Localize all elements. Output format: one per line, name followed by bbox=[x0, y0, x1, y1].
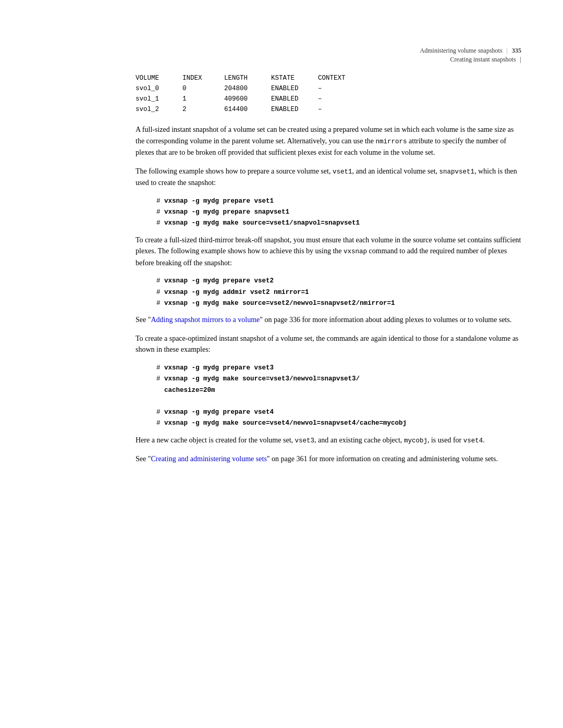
p6-inline-code2: mycobj bbox=[404, 437, 427, 445]
code-line: # vxsnap -g mydg prepare vset4 bbox=[156, 407, 521, 418]
col-header-kstate: KSTATE bbox=[271, 73, 318, 83]
page-header: Administering volume snapshots | 335 Cre… bbox=[420, 47, 521, 64]
cell-length-2: 614400 bbox=[224, 104, 271, 115]
cell-context-0: – bbox=[318, 83, 365, 94]
p5-text: To create a space-optimized instant snap… bbox=[136, 335, 519, 354]
page-container: Administering volume snapshots | 335 Cre… bbox=[0, 0, 563, 728]
cell-context-1: – bbox=[318, 94, 365, 104]
p2-inline-code2: snapvset1 bbox=[439, 168, 475, 176]
code-line: # vxsnap -g mydg addmir vset2 nmirror=1 bbox=[156, 287, 521, 298]
main-content: VOLUME INDEX LENGTH KSTATE CONTEXT svol_… bbox=[136, 73, 521, 465]
paragraph-5: To create a space-optimized instant snap… bbox=[136, 333, 521, 355]
subtitle-text: Creating instant snapshots bbox=[450, 56, 516, 64]
paragraph-7: See "Creating and administering volume s… bbox=[136, 453, 521, 465]
p4-after: " on page 336 for more information about… bbox=[260, 316, 511, 324]
table-row: svol_1 1 409600 ENABLED – bbox=[136, 94, 521, 104]
code-line: # vxsnap -g mydg make source=vset3/newvo… bbox=[156, 374, 521, 385]
p2-inline-code1: vset1 bbox=[333, 168, 352, 176]
cell-kstate-2: ENABLED bbox=[271, 104, 318, 115]
col-header-context: CONTEXT bbox=[318, 73, 365, 83]
header-subtitle-line: Creating instant snapshots | bbox=[420, 56, 521, 64]
page-number: 335 bbox=[512, 47, 521, 55]
table-row: svol_0 0 204800 ENABLED – bbox=[136, 83, 521, 94]
code-line: # vxsnap -g mydg prepare vset1 bbox=[156, 196, 521, 207]
header-chapter-line: Administering volume snapshots | 335 bbox=[420, 47, 521, 55]
chapter-title: Administering volume snapshots bbox=[420, 47, 503, 55]
code-line: # vxsnap -g mydg make source=vset1/snapv… bbox=[156, 218, 521, 229]
p7-see: See " bbox=[136, 455, 151, 463]
link-adding-mirrors[interactable]: Adding snapshot mirrors to a volume bbox=[151, 316, 260, 324]
p6-text-mid2: , is used for bbox=[427, 436, 463, 444]
code-line: # vxsnap -g mydg make source=vset4/newvo… bbox=[156, 418, 521, 429]
cell-volume-1: svol_1 bbox=[136, 94, 182, 104]
p3-inline-code: vxsnap bbox=[344, 248, 367, 255]
p2-text-mid: , and an identical volume set, bbox=[352, 167, 439, 175]
table-header-row: VOLUME INDEX LENGTH KSTATE CONTEXT bbox=[136, 73, 521, 83]
cell-kstate-1: ENABLED bbox=[271, 94, 318, 104]
cell-index-0: 0 bbox=[182, 83, 224, 94]
p6-text-start: Here a new cache object is created for t… bbox=[136, 436, 295, 444]
cell-index-1: 1 bbox=[182, 94, 224, 104]
col-header-volume: VOLUME bbox=[136, 73, 182, 83]
p6-inline-code3: vset4 bbox=[463, 437, 483, 445]
paragraph-1: A full-sized instant snapshot of a volum… bbox=[136, 124, 521, 158]
cell-volume-2: svol_2 bbox=[136, 104, 182, 115]
cell-kstate-0: ENABLED bbox=[271, 83, 318, 94]
code-block-1: # vxsnap -g mydg prepare vset1 # vxsnap … bbox=[156, 196, 521, 229]
cell-length-0: 204800 bbox=[224, 83, 271, 94]
p2-text-start: The following example shows how to prepa… bbox=[136, 167, 333, 175]
code-line: # vxsnap -g mydg prepare snapvset1 bbox=[156, 207, 521, 218]
code-line: # vxsnap -g mydg make source=vset2/newvo… bbox=[156, 298, 521, 309]
p6-text-end: . bbox=[483, 436, 485, 444]
code-line: # vxsnap -g mydg prepare vset3 bbox=[156, 363, 521, 374]
p1-inline-code: nmirrors bbox=[376, 138, 407, 145]
paragraph-6: Here a new cache object is created for t… bbox=[136, 435, 521, 446]
subtitle-pipe: | bbox=[520, 56, 521, 64]
code-line-blank bbox=[156, 396, 521, 407]
volume-table: VOLUME INDEX LENGTH KSTATE CONTEXT svol_… bbox=[136, 73, 521, 115]
code-block-2: # vxsnap -g mydg prepare vset2 # vxsnap … bbox=[156, 276, 521, 309]
cell-volume-0: svol_0 bbox=[136, 83, 182, 94]
code-line: # vxsnap -g mydg prepare vset2 bbox=[156, 276, 521, 287]
p4-see: See " bbox=[136, 316, 151, 324]
cell-context-2: – bbox=[318, 104, 365, 115]
p7-after: " on page 361 for more information on cr… bbox=[267, 455, 498, 463]
code-line: cachesize=20m bbox=[156, 385, 521, 396]
cell-index-2: 2 bbox=[182, 104, 224, 115]
link-creating-volume-sets[interactable]: Creating and administering volume sets bbox=[151, 455, 266, 463]
paragraph-4: See "Adding snapshot mirrors to a volume… bbox=[136, 314, 521, 326]
code-block-3: # vxsnap -g mydg prepare vset3 # vxsnap … bbox=[156, 363, 521, 429]
p6-inline-code1: vset3 bbox=[295, 437, 315, 445]
paragraph-2: The following example shows how to prepa… bbox=[136, 166, 521, 189]
table-row: svol_2 2 614400 ENABLED – bbox=[136, 104, 521, 115]
header-pipe: | bbox=[507, 47, 508, 55]
p6-text-mid: , and an existing cache object, bbox=[314, 436, 404, 444]
col-header-length: LENGTH bbox=[224, 73, 271, 83]
col-header-index: INDEX bbox=[182, 73, 224, 83]
paragraph-3: To create a full-sized third-mirror brea… bbox=[136, 235, 521, 269]
cell-length-1: 409600 bbox=[224, 94, 271, 104]
